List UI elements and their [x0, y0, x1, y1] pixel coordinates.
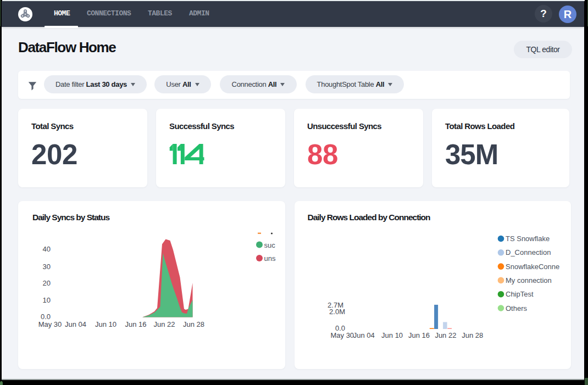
svg-text:10: 10 — [43, 296, 51, 304]
svg-text:TS Snowflake: TS Snowflake — [506, 235, 550, 243]
svg-text:20: 20 — [43, 279, 51, 287]
svg-text:30: 30 — [43, 263, 51, 271]
svg-text:suc: suc — [264, 241, 276, 249]
svg-text:Jun 22: Jun 22 — [435, 331, 456, 339]
svg-text:SnowflakeConne: SnowflakeConne — [506, 263, 559, 271]
svg-text:May 30: May 30 — [38, 320, 62, 328]
svg-text:Jun 28: Jun 28 — [462, 331, 483, 339]
svg-text:Jun 10: Jun 10 — [381, 331, 403, 339]
svg-text:0.0: 0.0 — [41, 313, 51, 321]
svg-text:Others: Others — [506, 304, 528, 313]
svg-text:May 30: May 30 — [330, 331, 354, 339]
svg-text:D_Connection: D_Connection — [506, 248, 551, 256]
svg-text:40: 40 — [43, 245, 51, 253]
svg-text:Jun 22: Jun 22 — [153, 320, 175, 328]
svg-text:Jun 04: Jun 04 — [65, 320, 86, 328]
svg-text:uns: uns — [264, 254, 276, 263]
svg-text:Jun 16: Jun 16 — [125, 320, 146, 328]
svg-text:2.0M: 2.0M — [329, 308, 345, 316]
svg-text:ChipTest: ChipTest — [506, 290, 534, 298]
svg-text:Jun 28: Jun 28 — [183, 320, 204, 328]
svg-text:My connection: My connection — [506, 276, 552, 284]
svg-text:Jun 16: Jun 16 — [408, 331, 430, 339]
svg-text:Jun 10: Jun 10 — [95, 320, 117, 328]
svg-text:Jun 04: Jun 04 — [353, 331, 375, 339]
